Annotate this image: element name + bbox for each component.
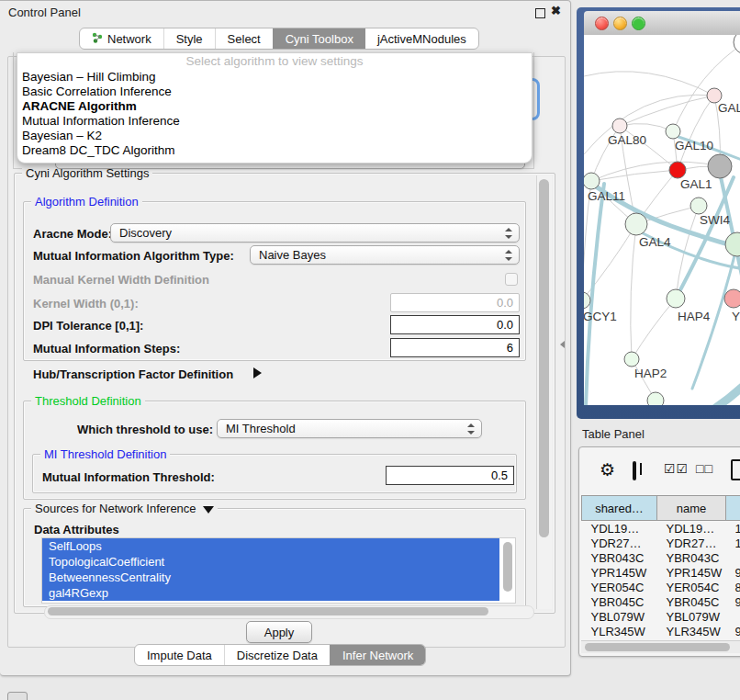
tab-jactivemnodules[interactable]: jActiveMNodules: [365, 28, 478, 49]
data-attributes-list[interactable]: SelfLoopsTopologicalCoefficientBetweenne…: [41, 537, 516, 604]
table-row[interactable]: YER054CYER054C8.: [582, 580, 740, 594]
table-row[interactable]: YDR27…YDR27…12: [582, 536, 740, 550]
table-row[interactable]: YBR045CYBR045C9.: [582, 594, 740, 609]
columns-icon[interactable]: [633, 461, 636, 480]
network-edge[interactable]: [632, 299, 676, 359]
network-node-hap4[interactable]: [667, 289, 685, 308]
table-cell: YPR145W: [582, 565, 657, 580]
attribute-list-item[interactable]: gal4RGexp: [42, 585, 499, 601]
float-window-icon[interactable]: [535, 8, 545, 18]
minimized-panel-button[interactable]: [7, 692, 28, 700]
attributes-list-scrollbar[interactable]: [503, 542, 512, 592]
mi-threshold-value: 0.5: [491, 469, 508, 482]
tab-network[interactable]: Network: [80, 28, 163, 49]
column-header[interactable]: shared…: [582, 496, 657, 521]
network-node-gal1[interactable]: [669, 162, 686, 178]
close-traffic-icon[interactable]: [595, 17, 609, 30]
network-edge[interactable]: [620, 124, 673, 131]
table-row[interactable]: YBL079WYBL079W: [582, 609, 740, 624]
tab-select[interactable]: Select: [215, 28, 273, 49]
table-cell: YDR27…: [582, 536, 657, 550]
deselect-all-checks-icon[interactable]: □□: [696, 461, 713, 476]
network-edge[interactable]: [673, 42, 740, 131]
dropdown-item[interactable]: Bayesian – K2: [17, 129, 532, 143]
attribute-list-item[interactable]: BetweennessCentrality: [42, 570, 499, 585]
minimize-traffic-icon[interactable]: [613, 17, 627, 30]
network-node[interactable]: [708, 154, 732, 178]
tab-style[interactable]: Style: [163, 28, 215, 49]
settings-vertical-scrollbar[interactable]: [536, 175, 552, 609]
spinner-icon: [466, 423, 475, 435]
which-threshold-select[interactable]: MI Threshold: [217, 419, 482, 438]
mi-type-value: Naive Bayes: [259, 248, 326, 262]
network-node-gal11[interactable]: [584, 173, 600, 189]
dropdown-item[interactable]: Mutual Information Inference: [17, 114, 532, 129]
network-node[interactable]: [647, 392, 664, 405]
tab-infer-network[interactable]: Infer Network: [330, 645, 425, 665]
aracne-mode-select[interactable]: Discovery: [110, 223, 520, 243]
table-cell: 9.: [726, 565, 740, 580]
panel-divider-arrow-icon[interactable]: [560, 341, 565, 348]
kernel-width-label: Kernel Width (0,1):: [33, 297, 139, 310]
close-icon[interactable]: ✖: [551, 4, 561, 17]
network-node-y[interactable]: [724, 289, 740, 308]
manual-kernel-checkbox[interactable]: [505, 273, 518, 286]
network-node-label: HAP2: [634, 367, 667, 380]
dropdown-item[interactable]: Bayesian – Hill Climbing: [17, 70, 532, 85]
mi-steps-field[interactable]: 6: [390, 338, 520, 357]
column-header[interactable]: name: [657, 496, 726, 521]
kernel-width-field[interactable]: 0.0: [390, 293, 520, 312]
network-edge-highlighted[interactable]: [586, 184, 604, 405]
mi-threshold-field[interactable]: 0.5: [386, 466, 514, 485]
network-node-label: GAL1: [680, 177, 712, 191]
table-header-row: shared…nameA: [582, 496, 740, 521]
export-table-icon[interactable]: [731, 459, 740, 480]
network-node-gal80[interactable]: [612, 119, 627, 133]
network-node-hap2[interactable]: [624, 352, 639, 367]
network-edge[interactable]: [620, 96, 714, 126]
table-row[interactable]: YBR043CYBR043C: [582, 550, 740, 565]
network-node-gal4[interactable]: [625, 213, 647, 235]
control-panel-title: Control Panel: [8, 6, 81, 19]
dpi-tolerance-value: 0.0: [497, 318, 513, 332]
tab-cyni-toolbox[interactable]: Cyni Toolbox: [273, 28, 365, 49]
table-row[interactable]: YDL19…YDL19…13: [582, 521, 740, 536]
mi-type-select[interactable]: Naive Bayes: [250, 245, 520, 265]
dropdown-item[interactable]: ARACNE Algorithm: [17, 99, 532, 114]
select-all-checks-icon[interactable]: ☑☑: [664, 461, 689, 476]
network-node-label: HAP4: [678, 310, 711, 323]
network-edge[interactable]: [678, 96, 714, 170]
zoom-traffic-icon[interactable]: [632, 17, 645, 30]
dropdown-item[interactable]: Dream8 DC_TDC Algorithm: [17, 143, 532, 158]
table-cell: 9.: [726, 594, 740, 609]
collapse-arrow-icon[interactable]: [203, 506, 214, 514]
expand-arrow-icon[interactable]: [253, 367, 262, 378]
network-canvas[interactable]: GAL…GAL80GAL10GAL1GAL11SWI4GAL4GCY1HAP4Y…: [584, 35, 740, 405]
table-horizontal-scrollbar[interactable]: [581, 640, 740, 653]
settings-horizontal-scrollbar[interactable]: [44, 605, 534, 619]
attribute-list-item[interactable]: SelfLoops: [42, 538, 499, 554]
network-edge[interactable]: [631, 224, 636, 359]
table-cell: 8.: [726, 580, 740, 594]
node-table[interactable]: shared…nameA YDL19…YDL19…13YDR27…YDR27…1…: [581, 495, 740, 653]
table-row[interactable]: YLR345WYLR345W9.: [582, 624, 740, 638]
gear-icon[interactable]: ⚙: [600, 459, 615, 480]
table-row[interactable]: YPR145WYPR145W9.: [582, 565, 740, 580]
column-header[interactable]: A: [726, 496, 740, 521]
apply-button[interactable]: Apply: [246, 621, 312, 643]
network-node-swi4[interactable]: [690, 198, 707, 214]
mi-threshold-label: Mutual Information Threshold:: [42, 470, 215, 484]
network-edge-highlighted[interactable]: [676, 177, 734, 299]
network-edge-highlighted[interactable]: [701, 377, 740, 405]
network-node[interactable]: [734, 35, 740, 54]
tab-impute-data[interactable]: Impute Data: [135, 645, 224, 665]
tab-discretize-data[interactable]: Discretize Data: [224, 645, 330, 665]
attribute-list-item[interactable]: TopologicalCoefficient: [42, 554, 499, 570]
table-cell: YBL079W: [582, 609, 657, 624]
dpi-tolerance-field[interactable]: 0.0: [390, 315, 520, 334]
network-node-gal10[interactable]: [666, 124, 680, 139]
network-window-titlebar[interactable]: [584, 11, 740, 36]
dropdown-item[interactable]: Basic Correlation Inference: [17, 85, 532, 99]
network-window: GAL…GAL80GAL10GAL1GAL11SWI4GAL4GCY1HAP4Y…: [577, 7, 740, 419]
network-node[interactable]: [725, 232, 740, 256]
